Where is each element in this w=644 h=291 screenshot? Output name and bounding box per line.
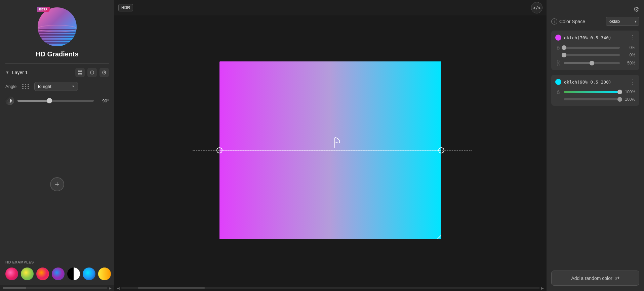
canvas-scrollbar-thumb[interactable]	[138, 287, 205, 289]
midpoint-value: 50%	[622, 61, 635, 65]
color-stop-2-more[interactable]: ⋮	[629, 79, 635, 85]
layer-section: ▼ Layer 1	[0, 64, 114, 112]
grid-icon	[78, 70, 82, 75]
color-stop-1-slider-2-track[interactable]	[564, 54, 620, 56]
layer-circle-btn[interactable]	[87, 68, 97, 77]
svg-rect-9	[78, 70, 80, 72]
slider-thumb-icon	[5, 96, 14, 105]
angle-select[interactable]: to right ▾	[34, 82, 78, 91]
sidebar-scrollbar-area: ▶	[0, 285, 114, 291]
color-stop-1-slider-2-handle[interactable]	[562, 53, 566, 57]
canvas-area	[114, 15, 547, 285]
code-view-button[interactable]: </>	[531, 2, 542, 13]
lock-icon-svg-2	[556, 90, 560, 94]
swatch-orange[interactable]	[36, 268, 49, 280]
color-stop-2-slider-1-track[interactable]	[564, 91, 620, 93]
hd-examples-label: HD EXAMPLES	[5, 260, 109, 264]
color-space-label: Color Space	[559, 19, 585, 24]
app-logo	[37, 7, 77, 47]
color-space-select[interactable]: oklab srgb display-p3 oklch	[606, 17, 639, 26]
midpoint-chain-icon	[555, 60, 561, 66]
color-stop-2-slider-2-track[interactable]	[564, 98, 620, 100]
hdr-badge: HDR	[118, 4, 133, 11]
layer-icons	[75, 68, 109, 77]
gradient-handle-start[interactable]	[216, 147, 223, 153]
svg-rect-25	[557, 92, 559, 94]
color-stop-1-name: oklch(70% 0.5 340)	[564, 35, 611, 40]
color-stop-1-slider-1-row: 0%	[555, 45, 635, 51]
color-stop-2-slider-1-value: 100%	[622, 90, 635, 94]
hd-examples-swatches	[5, 268, 109, 280]
midpoint-slider-handle[interactable]	[590, 61, 594, 65]
svg-rect-12	[80, 73, 82, 75]
color-stop-2-slider-1-fill	[564, 91, 620, 93]
color-stop-card-1: oklch(70% 0.5 340) ⋮ 0%	[551, 31, 639, 70]
color-stop-2-slider-2-row: 100%	[555, 97, 635, 102]
add-random-color-button[interactable]: Add a random color ⇄	[551, 271, 639, 286]
color-stop-2-left: oklch(90% 0.5 200)	[555, 79, 611, 85]
canvas-resize-handle[interactable]	[436, 234, 441, 239]
layer-pie-btn[interactable]	[99, 68, 109, 77]
canvas-scroll-right-arrow[interactable]: ▶	[541, 286, 544, 290]
svg-rect-21	[557, 47, 559, 49]
midpoint-slider-track[interactable]	[564, 62, 620, 64]
app-header: BETA	[0, 0, 114, 63]
color-stop-2-sliders: 100% 100%	[555, 89, 635, 102]
color-stop-2-slider-1-handle[interactable]	[617, 90, 622, 94]
canvas-scroll-left-arrow[interactable]: ◀	[117, 286, 120, 290]
color-stop-1-header: oklch(70% 0.5 340) ⋮	[555, 35, 635, 41]
hd-examples-section: HD EXAMPLES	[0, 257, 114, 285]
color-stop-1-more[interactable]: ⋮	[629, 35, 635, 41]
color-stop-1-slider-1-value: 0%	[622, 45, 635, 50]
angle-indicator	[327, 135, 343, 152]
swatch-cyan[interactable]	[83, 268, 95, 280]
angle-slider-track[interactable]	[17, 100, 94, 102]
layer-title: Layer 1	[12, 70, 28, 75]
dots-grid-icon[interactable]	[22, 84, 30, 89]
circle-icon	[90, 70, 94, 75]
svg-rect-10	[80, 70, 82, 72]
svg-rect-11	[78, 73, 80, 75]
layer-collapse-arrow[interactable]: ▼	[5, 70, 9, 75]
sidebar-right: ⚙ i Color Space oklab srgb display-p3 ok…	[547, 0, 644, 291]
gradient-preview[interactable]	[219, 61, 441, 239]
gradient-handle-end[interactable]	[438, 147, 444, 153]
swatch-blue-purple[interactable]	[52, 268, 65, 280]
sidebar-scrollbar-track	[3, 287, 108, 289]
swatch-yellow-green[interactable]	[21, 268, 34, 280]
color-stop-1-slider-1-handle[interactable]	[562, 45, 566, 50]
right-spacer	[551, 110, 639, 266]
angle-degree-value: 90°	[97, 98, 109, 103]
scroll-right-arrow[interactable]: ▶	[109, 286, 112, 290]
layer-grid-btn[interactable]	[75, 68, 85, 77]
chain-icon	[556, 60, 560, 66]
color-stop-2-dot[interactable]	[555, 79, 561, 85]
color-stop-1-slider-2-row: 0%	[555, 53, 635, 57]
angle-slider-row: 90°	[5, 96, 109, 105]
sidebar-scrollbar-thumb[interactable]	[3, 287, 26, 289]
code-icon: </>	[533, 5, 540, 10]
angle-slider-handle[interactable]	[47, 98, 52, 103]
angle-label: Angle	[5, 84, 19, 89]
canvas-toolbar: HDR </>	[114, 0, 547, 15]
settings-button[interactable]: ⚙	[633, 5, 639, 13]
swatch-bw[interactable]	[67, 268, 80, 280]
lock-icon-1	[555, 45, 561, 51]
color-stop-1-slider-2-value: 0%	[622, 53, 635, 57]
add-random-label: Add a random color	[571, 276, 612, 281]
app-title: HD Gradients	[36, 50, 79, 58]
color-stop-2-slider-1-row: 100%	[555, 89, 635, 95]
color-stop-1-slider-1-track[interactable]	[564, 47, 620, 49]
color-space-info-icon[interactable]: i	[551, 18, 557, 25]
canvas-scrollbar-area: ◀ ▶	[114, 285, 547, 291]
swatch-partial[interactable]	[98, 268, 111, 280]
add-gradient-stop-button[interactable]: +	[50, 177, 64, 191]
resize-icon	[436, 234, 441, 239]
settings-row: ⚙	[551, 5, 639, 13]
swatch-pink[interactable]	[5, 268, 18, 280]
color-stop-1-dot[interactable]	[555, 35, 561, 41]
color-stop-2-slider-2-handle[interactable]	[617, 97, 622, 102]
angle-slider-fill	[17, 100, 49, 102]
color-stop-2-slider-2-fill	[564, 98, 620, 100]
half-circle-icon	[7, 98, 12, 103]
